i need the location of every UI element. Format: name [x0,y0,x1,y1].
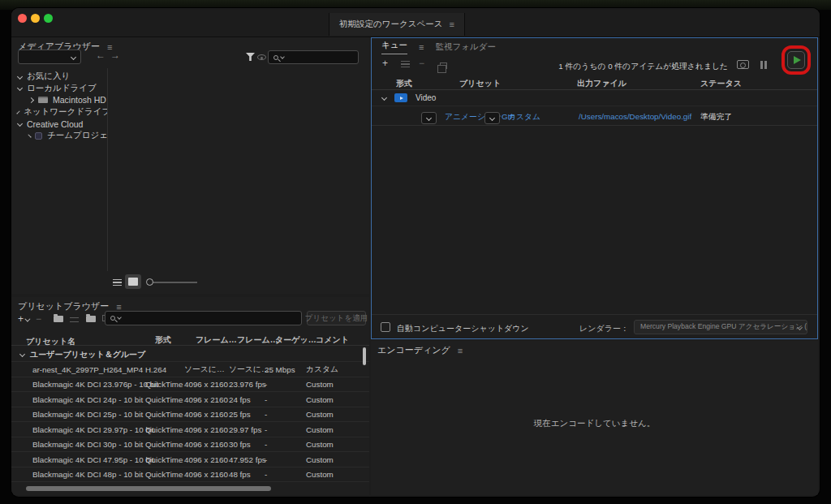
preset-frame-rate-cell: ソースに… [229,364,269,374]
preset-row[interactable]: Blackmagic 4K DCI 29.97p - 10 bit QuickT… [11,422,369,437]
column-frame-size[interactable]: フレーム… [196,334,237,346]
preset-comment-cell: Custom [306,470,334,479]
preset-comment-cell: Custom [306,380,334,389]
preset-comment-cell: Custom [306,424,334,433]
preset-link[interactable]: カスタム [508,112,540,123]
auto-encode-icon[interactable] [737,60,749,69]
filter-icon[interactable] [246,53,255,61]
tree-item[interactable]: ローカルドライブ [11,83,107,95]
horizontal-scrollbar-thumb[interactable] [26,486,271,491]
preset-frame-rate-cell: 23.976 fps [229,380,266,389]
preset-row[interactable]: Blackmagic 4K DCI 25p - 10 bit QuickTime… [11,407,369,423]
preset-row[interactable]: Blackmagic 4K DCI 47.95p - 10 bit QuickT… [11,452,369,467]
auto-shutdown-checkbox[interactable] [381,322,390,332]
status-text: 準備完了 [700,112,732,123]
column-comment[interactable]: コメント [316,334,349,346]
zoom-window-button[interactable] [44,14,53,23]
auto-shutdown-label: 自動コンピューターシャットダウン [397,323,529,334]
remove-item-button[interactable]: − [419,58,424,68]
group-chevron-icon[interactable] [19,351,25,357]
minimize-window-button[interactable] [31,14,40,23]
preset-name-cell: Blackmagic 4K DCI 47.95p - 10 bit [32,454,154,463]
preset-frame-rate-cell: 25 fps [229,410,251,419]
tab-watch-folders[interactable]: 監視フォルダー [435,41,495,53]
queue-table-header: 形式 プリセット 出力ファイル ステータス [372,77,817,90]
zoom-slider-knob[interactable] [146,278,153,286]
tree-item-icon [35,132,42,140]
search-options-chevron-icon [280,54,285,59]
output-file-link[interactable]: /Users/macos/Desktop/Video.gif [579,112,691,121]
preset-row[interactable]: Blackmagic 4K DCI 23.976p - 10 bit Quick… [11,377,369,393]
workspace-tab[interactable]: 初期設定のワークスペース ≡ [329,13,465,36]
play-icon [794,56,801,64]
media-search-input[interactable] [268,50,359,64]
tree-chevron-icon[interactable] [17,74,23,80]
tree-chevron-icon[interactable] [17,121,23,127]
media-source-select[interactable] [18,50,81,64]
list-view-button[interactable] [113,279,122,286]
queue-output-row[interactable]: アニメーションGIF カスタム /Users/macos/Desktop/Vid… [372,106,817,126]
tree-chevron-icon[interactable] [17,85,23,91]
chevron-down-icon [71,54,76,60]
duplicate-button[interactable] [440,62,447,69]
preset-browser-menu-icon[interactable]: ≡ [116,302,121,312]
tree-item[interactable]: お気に入り [11,71,107,83]
queue-toolbar: + − 1 件のうちの 0 件のアイテムが処理されました [372,56,817,75]
add-source-button[interactable]: + [382,58,388,68]
preset-name-cell: Blackmagic 4K DCI 24p - 10 bit [32,394,143,403]
preset-frame-rate-cell: 24 fps [229,394,251,403]
encoding-menu-icon[interactable]: ≡ [458,346,463,355]
preset-row[interactable]: Blackmagic 4K DCI 30p - 10 bit QuickTime… [11,437,369,453]
preset-search-input[interactable] [105,311,302,325]
media-browser-panel: メディアブラウザー ≡ ← → お気に入り [11,37,369,294]
thumbnail-view-button[interactable] [125,274,141,289]
delete-preset-button[interactable]: − [36,314,41,324]
pause-button[interactable] [760,61,767,69]
tree-item[interactable]: ネットワークドライブ [11,106,107,118]
tree-chevron-icon[interactable] [28,97,34,103]
queue-column-output-file: 出力ファイル [577,78,626,89]
column-format[interactable]: 形式 [155,334,171,346]
tree-item[interactable]: Creative Cloud [11,118,107,130]
preset-format-cell: QuickTime [145,410,183,419]
queue-menu-icon[interactable]: ≡ [419,42,424,52]
preview-eye-icon[interactable] [257,54,266,60]
preset-row[interactable]: Blackmagic 4K DCI 48p - 10 bit QuickTime… [11,467,369,483]
tree-item[interactable]: Macintosh HD [11,94,107,106]
preset-format-cell: H.264 [145,364,166,373]
preset-group-row[interactable]: ユーザープリセット＆グループ [11,347,369,362]
format-dropdown[interactable] [421,112,437,124]
start-queue-button[interactable] [787,51,805,69]
close-window-button[interactable] [18,14,27,23]
back-button[interactable]: ← [96,50,105,61]
preset-comment-cell: Custom [306,410,334,419]
tab-queue[interactable]: キュー [381,40,407,54]
media-browser-tree: お気に入り ローカルドライブ Macintosh HD [11,68,108,271]
column-frame-rate[interactable]: フレーム… [237,334,278,346]
format-link[interactable]: アニメーションGIF [445,112,515,123]
vertical-scrollbar-thumb[interactable] [363,347,366,365]
zoom-slider-track[interactable] [151,282,197,283]
apply-preset-button[interactable]: プリセットを適用 [307,311,366,325]
tree-chevron-icon[interactable] [28,134,31,137]
preset-settings-button[interactable] [70,317,79,324]
preset-row[interactable]: ar-nest_4K_2997P_H264_MP4 H.264 ソースに… ソー… [11,362,369,377]
forward-button[interactable]: → [110,50,120,61]
import-preset-button[interactable] [86,316,96,322]
column-target[interactable]: ターゲッ… [275,334,316,346]
queue-source-row[interactable]: Video [372,90,817,106]
add-output-button[interactable] [401,61,410,68]
tree-chevron-icon[interactable] [16,110,19,114]
encoding-title-label: エンコーディング [377,344,450,356]
tree-item[interactable]: チームプロジェクトバージ [11,130,107,142]
preset-row[interactable]: Blackmagic 4K DCI 24p - 10 bit QuickTime… [11,392,369,407]
queue-footer: 自動コンピューターシャットダウン レンダラー： Mercury Playback… [372,314,817,338]
preset-format-cell: QuickTime [145,440,183,449]
create-preset-button[interactable]: + [18,314,28,324]
preset-table-header: プリセット名 ↑ 形式 フレーム… フレーム… ターゲッ… コメント [11,333,369,346]
workspace-menu-icon[interactable]: ≡ [450,19,454,29]
preset-dropdown[interactable] [484,112,500,124]
source-chevron-icon[interactable] [381,95,387,101]
renderer-select[interactable]: Mercury Playback Engine GPU アクセラレーション (M… [634,320,807,334]
new-preset-group-button[interactable] [54,316,63,322]
